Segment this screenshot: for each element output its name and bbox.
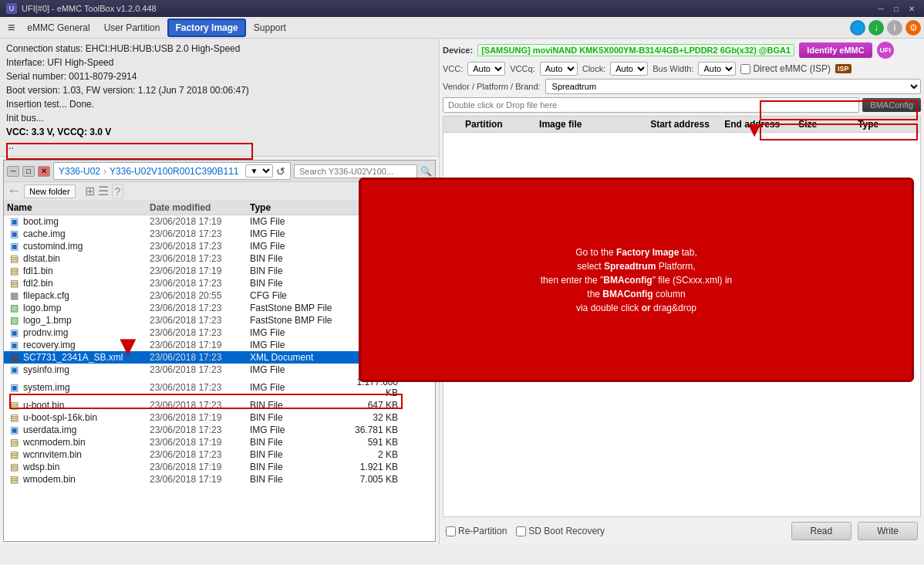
bus-width-select[interactable]: Auto: [698, 62, 736, 76]
vcc-label: VCC:: [443, 64, 463, 73]
breadcrumb-refresh-icon[interactable]: ↺: [276, 165, 285, 178]
breadcrumb-part2[interactable]: Y336-U02V100R001C390B111: [110, 166, 238, 177]
clock-label: Clock:: [582, 64, 606, 73]
breadcrumb-part1[interactable]: Y336-U02: [59, 166, 100, 177]
file-date-cell: 23/06/2018 17:19: [150, 412, 250, 423]
sd-boot-recovery-label: SD Boot Recovery: [516, 526, 605, 536]
red-down-arrow: ▼: [114, 332, 142, 360]
vendor-select[interactable]: Spreadtrum MTK Qualcomm: [545, 79, 921, 94]
file-type-cell: BIN File: [250, 278, 342, 289]
file-size-cell: 647 KB: [342, 400, 404, 411]
file-name-cell: ▣ boot.img: [7, 216, 150, 227]
file-name-text: wdsp.bin: [23, 462, 59, 472]
file-date-cell: 23/06/2018 17:23: [150, 315, 250, 326]
file-icon: ▤: [7, 437, 21, 448]
globe-icon-btn[interactable]: 🌐: [850, 20, 865, 36]
info-icon-btn[interactable]: i: [887, 20, 902, 36]
file-name-text: u-boot-spl-16k.bin: [23, 412, 97, 423]
file-icon: ▨: [7, 352, 21, 363]
file-date-cell: 23/06/2018 17:23: [150, 400, 250, 411]
fm-view-icon-2[interactable]: ☰: [98, 184, 109, 198]
file-name-text: wmodem.bin: [23, 474, 76, 485]
list-item[interactable]: ▤ u-boot.bin 23/06/2018 17:23 BIN File 6…: [4, 399, 435, 411]
fm-up-icon[interactable]: ←: [7, 183, 21, 199]
file-type-cell: IMG File: [250, 228, 342, 239]
file-type-cell: CFG File: [250, 290, 342, 301]
list-item[interactable]: ▤ u-boot-spl-16k.bin 23/06/2018 17:19 BI…: [4, 411, 435, 424]
clock-select[interactable]: Auto: [610, 62, 648, 76]
list-item[interactable]: ▣ userdata.img 23/06/2018 17:23 IMG File…: [4, 424, 435, 436]
read-button[interactable]: Read: [791, 522, 852, 540]
direct-emmc-checkbox[interactable]: [740, 64, 750, 74]
file-size-cell: 7.005 KB: [342, 474, 404, 485]
file-size-cell: 32 KB: [342, 412, 404, 423]
file-date-cell: 23/06/2018 17:23: [150, 241, 250, 252]
menu-emmc-general[interactable]: eMMC General: [21, 20, 96, 36]
vcc-select[interactable]: Auto: [467, 62, 505, 76]
list-item[interactable]: ▤ wdsp.bin 23/06/2018 17:19 BIN File 1.9…: [4, 461, 435, 473]
breadcrumb-dropdown[interactable]: ▼: [245, 164, 273, 178]
status-line-3: Serial number: 0011-8079-2914: [6, 69, 433, 83]
file-type-cell: IMG File: [250, 241, 342, 252]
fm-view-icon-1[interactable]: ⊞: [85, 184, 95, 198]
file-date-cell: 23/06/2018 17:23: [150, 228, 250, 239]
menu-support[interactable]: Support: [248, 20, 292, 36]
file-icon: ▣: [7, 228, 21, 239]
file-date-cell: 23/06/2018 17:23: [150, 303, 250, 313]
file-icon: ▤: [7, 266, 21, 276]
bottom-row: Re-Partition SD Boot Recovery Read Write: [443, 520, 921, 542]
col-header-type: Type: [250, 202, 342, 213]
menu-user-partition[interactable]: User Partition: [98, 20, 167, 36]
hamburger-menu[interactable]: ≡: [3, 19, 19, 36]
re-partition-checkbox[interactable]: [446, 526, 456, 536]
file-icon: ▣: [7, 340, 21, 350]
identify-emmc-button[interactable]: Identify eMMC: [799, 42, 872, 58]
close-button[interactable]: ✕: [905, 3, 918, 14]
list-item[interactable]: ▤ wcnmodem.bin 23/06/2018 17:19 BIN File…: [4, 436, 435, 448]
write-button[interactable]: Write: [858, 522, 918, 540]
file-type-cell: BIN File: [250, 437, 342, 448]
file-name-cell: ▤ wmodem.bin: [7, 474, 150, 485]
file-name-cell: ▤ dlstat.bin: [7, 253, 150, 264]
file-date-cell: 23/06/2018 17:19: [150, 474, 250, 485]
partition-table-header: Partition Image file Start address End a…: [443, 117, 920, 133]
title-bar-title: UFI[#0] - eMMC ToolBox v1.2.0.448: [22, 4, 157, 13]
new-folder-button[interactable]: New folder: [24, 184, 76, 198]
download-icon-btn[interactable]: ↓: [868, 20, 884, 36]
menu-factory-image[interactable]: Factory Image: [167, 19, 245, 37]
file-name-text: fdl1.bin: [23, 266, 53, 276]
fm-minimize-btn[interactable]: ─: [7, 166, 19, 177]
col-header-size: Size: [798, 119, 858, 130]
file-date-cell: 23/06/2018 17:23: [150, 327, 250, 338]
file-name-cell: ▣ sysinfo.img: [7, 364, 150, 375]
file-icon: ▤: [7, 449, 21, 460]
window-controls[interactable]: ─ □ ✕: [875, 3, 918, 14]
file-date-cell: 23/06/2018 17:23: [150, 449, 250, 460]
sd-boot-recovery-checkbox[interactable]: [516, 526, 526, 536]
fm-help-icon[interactable]: ?: [112, 184, 124, 199]
file-type-cell: BIN File: [250, 449, 342, 460]
restore-button[interactable]: □: [890, 3, 902, 14]
col-header-partition: Partition: [465, 119, 539, 130]
file-type-cell: IMG File: [250, 364, 342, 375]
fm-restore-btn[interactable]: □: [22, 166, 35, 177]
list-item[interactable]: ▤ wcnnvitem.bin 23/06/2018 17:23 BIN Fil…: [4, 448, 435, 461]
file-name-cell: ▤ wcnnvitem.bin: [7, 449, 150, 460]
fm-close-btn[interactable]: ✕: [38, 166, 50, 177]
file-icon: ▣: [7, 382, 21, 393]
file-date-cell: 23/06/2018 17:19: [150, 266, 250, 276]
file-icon: ▣: [7, 216, 21, 227]
file-type-cell: BIN File: [250, 474, 342, 485]
file-name-text: wcnnvitem.bin: [23, 449, 82, 460]
file-size-cell: 591 KB: [342, 437, 404, 448]
list-item[interactable]: ▤ wmodem.bin 23/06/2018 17:19 BIN File 7…: [4, 473, 435, 485]
file-icon: ▧: [7, 315, 21, 326]
settings-icon-btn[interactable]: ⚙: [905, 20, 921, 36]
bma-button[interactable]: BMAConfig: [862, 98, 921, 112]
overlay-text: Go to the Factory Image tab, select Spre…: [541, 245, 733, 315]
status-line-1: Connection status: EHCI:HUB:HUB:USB 2.0 …: [6, 42, 433, 56]
minimize-button[interactable]: ─: [875, 3, 887, 14]
bma-input[interactable]: [443, 97, 859, 113]
vccq-select[interactable]: Auto: [540, 62, 578, 76]
search-input[interactable]: [294, 164, 417, 178]
